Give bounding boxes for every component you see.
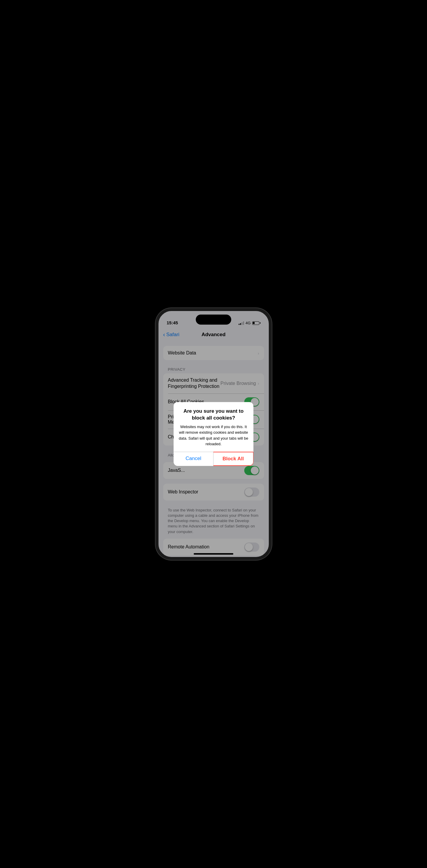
alert-title: Are you sure you want to block all cooki… bbox=[178, 408, 249, 422]
cancel-button[interactable]: Cancel bbox=[174, 452, 213, 466]
block-all-button[interactable]: Block All bbox=[213, 452, 254, 466]
alert-dialog: Are you sure you want to block all cooki… bbox=[174, 402, 253, 466]
alert-buttons: Cancel Block All bbox=[174, 452, 253, 466]
alert-message: Websites may not work if you do this. It… bbox=[178, 424, 249, 447]
phone-frame: 15:45 4G ‹ Safari Advanced bbox=[156, 308, 272, 560]
dialog-overlay: Are you sure you want to block all cooki… bbox=[158, 311, 269, 557]
